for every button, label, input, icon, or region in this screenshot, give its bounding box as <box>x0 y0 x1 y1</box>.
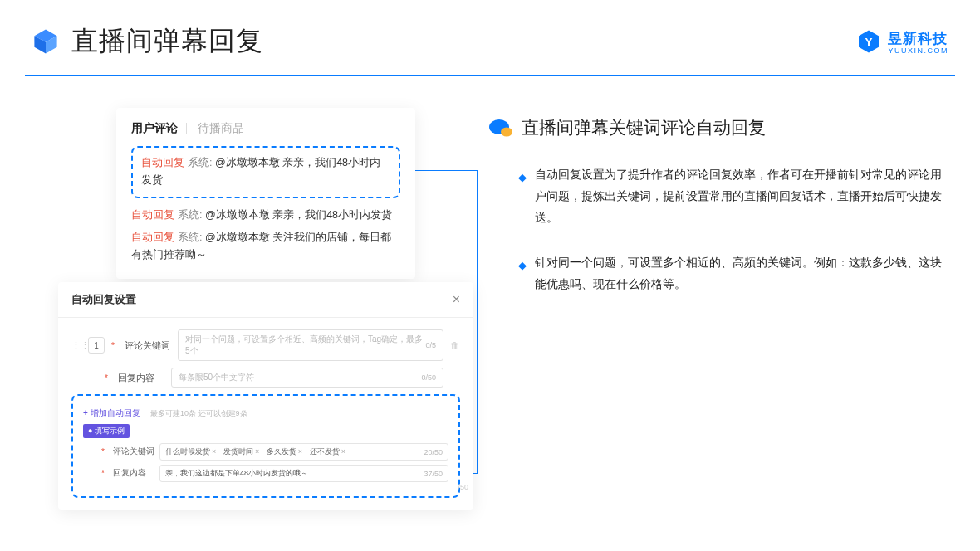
keyword-label: 评论关键词 <box>125 339 171 352</box>
char-counter: 20/50 <box>424 448 443 456</box>
content-label: 回复内容 <box>113 468 154 479</box>
highlighted-comment: 自动回复系统: @冰墩墩本墩 亲亲，我们48小时内发货 <box>131 146 400 198</box>
page-header: 直播间弹幕回复 Y 昱新科技 YUUXIN.COM <box>0 0 980 60</box>
comments-panel: 用户评论 待播商品 自动回复系统: @冰墩墩本墩 亲亲，我们48小时内发货 自动… <box>116 108 415 279</box>
page-title: 直播间弹幕回复 <box>71 23 263 60</box>
system-label: 系统: <box>178 232 202 243</box>
auto-reply-tag: 自动回复 <box>141 157 184 168</box>
keyword-tag[interactable]: 发货时间 <box>223 447 259 456</box>
required-star: * <box>101 469 108 478</box>
keyword-tag[interactable]: 多久发货 <box>267 447 302 456</box>
comment-line: 自动回复系统: @冰墩墩本墩 关注我们的店铺，每日都有热门推荐呦～ <box>131 229 400 265</box>
keyword-tag[interactable]: 还不发货 <box>310 447 345 456</box>
char-counter: 0/5 <box>425 341 436 349</box>
keyword-tag[interactable]: 什么时候发货 <box>165 447 216 456</box>
example-badge: ● 填写示例 <box>83 424 130 438</box>
dialog-header: 自动回复设置 × <box>58 282 473 318</box>
close-icon[interactable]: × <box>453 292 460 307</box>
section-title: 直播间弹幕关键词评论自动回复 <box>522 116 766 139</box>
keyword-row: ⋮⋮ 1 * 评论关键词 对同一个问题，可设置多个相近、高频的关键词，Tag确定… <box>71 329 460 361</box>
char-counter: 37/50 <box>424 470 443 478</box>
screenshot-column: 用户评论 待播商品 自动回复系统: @冰墩墩本墩 亲亲，我们48小时内发货 自动… <box>58 108 482 506</box>
example-content-input[interactable]: 亲，我们这边都是下单48小时内发货的哦～ 37/50 <box>159 465 448 482</box>
brand-name: 昱新科技 <box>888 31 948 46</box>
example-section: + 增加自动回复 最多可建10条 还可以创建9条 ● 填写示例 * 评论关键词 … <box>71 394 460 498</box>
order-number: 1 <box>88 337 105 354</box>
chat-bubble-icon <box>488 118 512 138</box>
tab-pending-products[interactable]: 待播商品 <box>198 121 244 136</box>
cube-icon <box>32 27 60 56</box>
example-content-row: * 回复内容 亲，我们这边都是下单48小时内发货的哦～ 37/50 <box>83 465 448 482</box>
content-row: * 回复内容 每条限50个中文字符 0/50 <box>71 368 460 388</box>
brand-sub: YUUXIN.COM <box>888 46 948 55</box>
keyword-input[interactable]: 对同一个问题，可设置多个相近、高频的关键词，Tag确定，最多5个 0/5 <box>178 329 443 361</box>
brand-logo: Y 昱新科技 YUUXIN.COM <box>856 29 948 55</box>
section-header: 直播间弹幕关键词评论自动回复 <box>488 116 947 139</box>
bullet-item: ◆ 自动回复设置为了提升作者的评论回复效率，作者可在开播前针对常见的评论用户问题… <box>518 164 947 229</box>
required-star: * <box>101 447 108 456</box>
limit-hint: 最多可建10条 还可以创建9条 <box>150 409 247 417</box>
external-counter: /50 <box>458 483 468 491</box>
dialog-title: 自动回复设置 <box>71 292 136 307</box>
diamond-bullet-icon: ◆ <box>518 168 527 229</box>
auto-reply-settings-dialog: 自动回复设置 × ⋮⋮ 1 * 评论关键词 对同一个问题，可设置多个相近、高频的… <box>58 282 473 510</box>
system-label: 系统: <box>178 209 202 221</box>
bullet-text: 针对同一个问题，可设置多个相近的、高频的关键词。例如：这款多少钱、这块能优惠吗、… <box>535 252 947 295</box>
content-label: 回复内容 <box>118 372 164 384</box>
comment-line: 自动回复系统: @冰墩墩本墩 亲亲，我们48小时内发货 <box>131 207 400 224</box>
example-keyword-input[interactable]: 什么时候发货 发货时间 多久发货 还不发货 20/50 <box>159 443 448 461</box>
comment-line: 自动回复系统: @冰墩墩本墩 亲亲，我们48小时内发货 <box>141 154 390 190</box>
content-input[interactable]: 每条限50个中文字符 0/50 <box>171 368 443 388</box>
drag-handle-icon[interactable]: ⋮⋮ <box>71 340 81 351</box>
required-star: * <box>111 341 118 350</box>
comment-text: @冰墩墩本墩 亲亲，我们48小时内发货 <box>205 209 392 221</box>
header-left: 直播间弹幕回复 <box>32 23 263 60</box>
system-label: 系统: <box>188 157 212 168</box>
required-star: * <box>105 373 111 383</box>
brand-icon: Y <box>856 29 881 54</box>
auto-reply-tag: 自动回复 <box>131 232 174 243</box>
bullet-item: ◆ 针对同一个问题，可设置多个相近的、高频的关键词。例如：这款多少钱、这块能优惠… <box>518 252 947 295</box>
char-counter: 0/50 <box>421 373 436 382</box>
svg-text:Y: Y <box>865 36 873 48</box>
keyword-label: 评论关键词 <box>113 446 154 457</box>
description-column: 直播间弹幕关键词评论自动回复 ◆ 自动回复设置为了提升作者的评论回复效率，作者可… <box>488 108 947 506</box>
bullet-text: 自动回复设置为了提升作者的评论回复效率，作者可在开播前针对常见的评论用户问题，提… <box>535 164 947 229</box>
tab-user-comments[interactable]: 用户评论 <box>131 121 178 136</box>
diamond-bullet-icon: ◆ <box>518 256 527 295</box>
svg-point-6 <box>501 128 512 137</box>
tabs: 用户评论 待播商品 <box>131 121 400 136</box>
bullet-list: ◆ 自动回复设置为了提升作者的评论回复效率，作者可在开播前针对常见的评论用户问题… <box>488 164 947 295</box>
auto-reply-tag: 自动回复 <box>131 209 174 221</box>
delete-icon[interactable]: 🗑 <box>450 340 460 350</box>
example-keyword-row: * 评论关键词 什么时候发货 发货时间 多久发货 还不发货 20/50 <box>83 443 448 461</box>
add-auto-reply-link[interactable]: + 增加自动回复 <box>83 408 140 417</box>
